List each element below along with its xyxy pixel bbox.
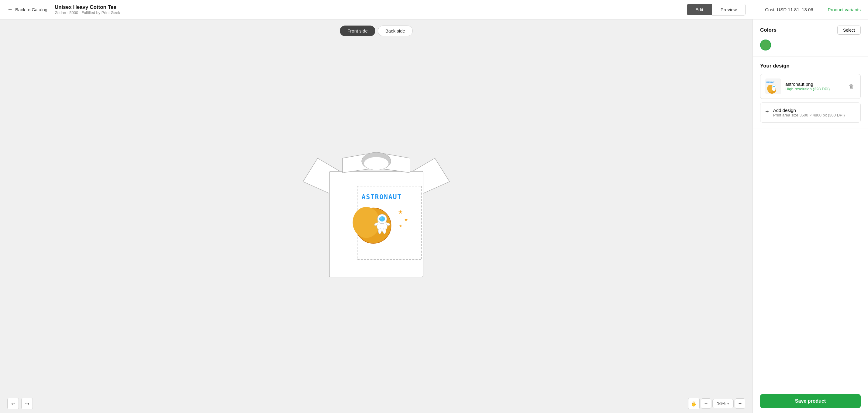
svg-point-16 (383, 228, 386, 234)
plus-icon: + (739, 401, 742, 407)
print-area-prefix: Print area size (773, 113, 800, 117)
svg-text:ASTRONAUT: ASTRONAUT (362, 193, 402, 201)
design-name: astronaut.png (785, 82, 843, 87)
zoom-controls: 🖐 − 16% ▾ + (688, 398, 745, 409)
add-plus-icon: + (765, 108, 769, 115)
minus-icon: − (705, 401, 708, 407)
colors-section-header: Colors Select (760, 26, 861, 35)
save-bar: Save product (753, 389, 868, 413)
redo-button[interactable]: ↪ (21, 398, 33, 409)
product-variants-link[interactable]: Product variants (828, 7, 861, 12)
delete-design-button[interactable]: 🗑 (848, 82, 856, 91)
add-design-label: Add design (773, 108, 845, 113)
cost-label: Cost: USD 11.81–13.06 (765, 7, 813, 12)
undo-icon: ↩ (11, 401, 15, 407)
print-area-dpi: (300 DPI) (827, 113, 845, 117)
svg-point-15 (378, 228, 381, 234)
colors-section: Colors Select (753, 20, 868, 57)
back-label: Back to Catalog (15, 7, 48, 12)
right-sidebar: Colors Select Your design ASTRONAUT (752, 20, 868, 413)
tshirt-svg: ASTRONAUT (297, 135, 455, 299)
svg-point-26 (772, 87, 776, 91)
design-item: ASTRONAUT astronaut.png High resolution … (760, 74, 861, 99)
hand-tool-button[interactable]: 🖐 (688, 398, 700, 409)
undo-button[interactable]: ↩ (7, 398, 19, 409)
product-info: Unisex Heavy Cotton Tee Gildan · 5000 · … (55, 4, 120, 15)
svg-point-12 (380, 217, 383, 219)
back-arrow-icon: ← (7, 6, 13, 13)
svg-text:★: ★ (404, 217, 408, 222)
select-button[interactable]: Select (837, 26, 861, 35)
zoom-display[interactable]: 16% ▾ (712, 399, 734, 408)
tshirt-wrapper: ASTRONAUT (297, 135, 455, 299)
colors-row (760, 39, 861, 51)
svg-text:★: ★ (399, 224, 402, 228)
your-design-section: Your design ASTRONAUT ast (753, 57, 868, 129)
undo-redo-group: ↩ ↪ (7, 398, 33, 409)
main-layout: Front side Back side (0, 20, 868, 413)
zoom-out-button[interactable]: − (701, 399, 711, 409)
header: ← Back to Catalog Unisex Heavy Cotton Te… (0, 0, 868, 20)
design-thumbnail: ASTRONAUT (765, 79, 781, 94)
tab-front-side[interactable]: Front side (340, 26, 375, 36)
colors-title: Colors (760, 27, 777, 33)
svg-point-11 (379, 216, 385, 222)
svg-point-2 (364, 157, 389, 170)
product-subtitle: Gildan · 5000 · Fulfilled by Print Geek (55, 10, 120, 15)
design-info: astronaut.png High resolution (228 DPI) (785, 82, 843, 91)
trash-icon: 🗑 (849, 83, 854, 89)
bottom-bar: ↩ ↪ 🖐 − 16% ▾ + (0, 394, 752, 413)
tab-back-side[interactable]: Back side (378, 26, 413, 36)
design-resolution: High resolution (228 DPI) (785, 87, 843, 91)
add-design-sub: Print area size 3600 × 4800 px (300 DPI) (773, 113, 845, 117)
edit-button[interactable]: Edit (687, 4, 712, 15)
preview-button[interactable]: Preview (712, 4, 746, 16)
redo-icon: ↪ (25, 401, 29, 407)
header-actions: Edit Preview (687, 4, 746, 16)
canvas-area: Front side Back side (0, 20, 752, 413)
sidebar-spacer (753, 129, 868, 389)
zoom-chevron-icon: ▾ (727, 402, 729, 406)
add-design-item[interactable]: + Add design Print area size 3600 × 4800… (760, 102, 861, 123)
product-title: Unisex Heavy Cotton Tee (55, 4, 120, 10)
zoom-value: 16% (717, 401, 725, 406)
zoom-in-button[interactable]: + (735, 399, 745, 409)
tshirt-container: ASTRONAUT (0, 40, 752, 394)
your-design-title: Your design (760, 63, 861, 69)
side-tabs: Front side Back side (0, 20, 752, 40)
hand-icon: 🖐 (691, 401, 697, 407)
add-design-info: Add design Print area size 3600 × 4800 p… (773, 108, 845, 117)
save-product-button[interactable]: Save product (760, 394, 861, 408)
back-to-catalog-link[interactable]: ← Back to Catalog (7, 6, 48, 13)
svg-text:ASTRONAUT: ASTRONAUT (766, 81, 774, 83)
color-swatch-green[interactable] (760, 39, 771, 51)
print-area-size: 3600 × 4800 px (799, 113, 827, 117)
svg-text:★: ★ (398, 209, 403, 215)
svg-point-7 (352, 207, 380, 238)
